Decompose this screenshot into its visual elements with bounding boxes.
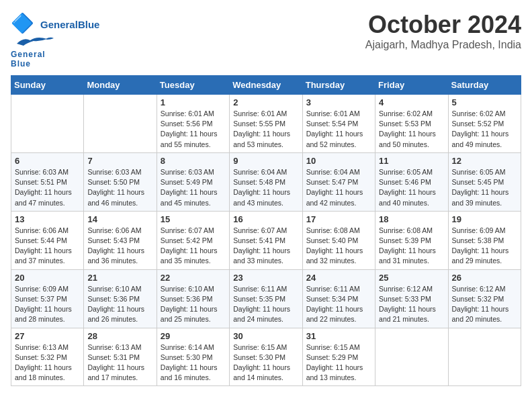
day-info: Sunrise: 6:02 AMSunset: 5:52 PMDaylight:… [452,109,517,150]
day-number: 27 [15,331,80,341]
day-number: 11 [379,156,444,166]
calendar-cell: 23Sunrise: 6:11 AMSunset: 5:35 PMDayligh… [230,269,302,328]
day-number: 5 [452,97,517,107]
calendar-cell: 27Sunrise: 6:13 AMSunset: 5:32 PMDayligh… [11,328,84,386]
day-info: Sunrise: 6:09 AMSunset: 5:38 PMDaylight:… [452,226,517,267]
calendar-cell: 17Sunrise: 6:08 AMSunset: 5:40 PMDayligh… [302,211,375,269]
calendar-cell: 8Sunrise: 6:03 AMSunset: 5:49 PMDaylight… [157,152,229,211]
day-info: Sunrise: 6:05 AMSunset: 5:45 PMDaylight:… [452,167,517,208]
day-info: Sunrise: 6:06 AMSunset: 5:44 PMDaylight:… [15,226,80,267]
calendar-week-row: 27Sunrise: 6:13 AMSunset: 5:32 PMDayligh… [11,328,521,386]
day-number: 9 [233,156,298,166]
weekday-header-sunday: Sunday [11,76,84,95]
calendar-cell: 14Sunrise: 6:06 AMSunset: 5:43 PMDayligh… [84,211,157,269]
calendar-cell: 13Sunrise: 6:06 AMSunset: 5:44 PMDayligh… [11,211,84,269]
calendar-cell: 25Sunrise: 6:12 AMSunset: 5:33 PMDayligh… [375,269,448,328]
day-info: Sunrise: 6:10 AMSunset: 5:36 PMDaylight:… [161,284,226,325]
calendar-cell: 16Sunrise: 6:07 AMSunset: 5:41 PMDayligh… [230,211,302,269]
calendar-week-row: 1Sunrise: 6:01 AMSunset: 5:56 PMDaylight… [11,95,521,153]
calendar-cell: 7Sunrise: 6:03 AMSunset: 5:50 PMDaylight… [84,152,157,211]
calendar-cell: 4Sunrise: 6:02 AMSunset: 5:53 PMDaylight… [375,95,448,153]
calendar-cell: 20Sunrise: 6:09 AMSunset: 5:37 PMDayligh… [11,269,84,328]
calendar-cell: 1Sunrise: 6:01 AMSunset: 5:56 PMDaylight… [157,95,229,153]
day-number: 29 [161,331,226,341]
day-number: 21 [87,273,152,283]
month-title: October 2024 [365,11,521,39]
weekday-header-thursday: Thursday [302,76,375,95]
day-info: Sunrise: 6:11 AMSunset: 5:34 PMDaylight:… [306,284,371,325]
day-number: 26 [452,273,517,283]
day-number: 7 [87,156,152,166]
day-info: Sunrise: 6:14 AMSunset: 5:30 PMDaylight:… [161,342,226,383]
calendar-cell [11,95,84,153]
day-info: Sunrise: 6:04 AMSunset: 5:47 PMDaylight:… [306,167,371,208]
location-subtitle: Ajaigarh, Madhya Pradesh, India [365,39,521,51]
day-number: 2 [233,97,298,107]
calendar-cell: 15Sunrise: 6:07 AMSunset: 5:42 PMDayligh… [157,211,229,269]
day-info: Sunrise: 6:05 AMSunset: 5:46 PMDaylight:… [379,167,444,208]
weekday-header-tuesday: Tuesday [157,76,229,95]
title-block: October 2024 Ajaigarh, Madhya Pradesh, I… [365,11,521,51]
day-info: Sunrise: 6:03 AMSunset: 5:50 PMDaylight:… [87,167,152,208]
calendar-cell: 5Sunrise: 6:02 AMSunset: 5:52 PMDaylight… [448,95,521,153]
calendar-cell: 24Sunrise: 6:11 AMSunset: 5:34 PMDayligh… [302,269,375,328]
logo: 🔷 GeneralBlue GeneralBlue [11,11,99,68]
day-info: Sunrise: 6:04 AMSunset: 5:48 PMDaylight:… [233,167,298,208]
day-number: 28 [87,331,152,341]
calendar-cell: 10Sunrise: 6:04 AMSunset: 5:47 PMDayligh… [302,152,375,211]
day-info: Sunrise: 6:12 AMSunset: 5:33 PMDaylight:… [379,284,444,325]
day-info: Sunrise: 6:07 AMSunset: 5:42 PMDaylight:… [161,226,226,267]
day-number: 23 [233,273,298,283]
calendar-cell: 31Sunrise: 6:15 AMSunset: 5:29 PMDayligh… [302,328,375,386]
calendar-cell: 9Sunrise: 6:04 AMSunset: 5:48 PMDaylight… [230,152,302,211]
calendar-cell: 26Sunrise: 6:12 AMSunset: 5:32 PMDayligh… [448,269,521,328]
logo-bird-icon [13,34,54,47]
calendar-cell: 19Sunrise: 6:09 AMSunset: 5:38 PMDayligh… [448,211,521,269]
day-number: 30 [233,331,298,341]
day-number: 12 [452,156,517,166]
day-number: 19 [452,214,517,224]
day-info: Sunrise: 6:02 AMSunset: 5:53 PMDaylight:… [379,109,444,150]
weekday-header-row: SundayMondayTuesdayWednesdayThursdayFrid… [11,76,521,95]
calendar-cell: 3Sunrise: 6:01 AMSunset: 5:54 PMDaylight… [302,95,375,153]
day-number: 25 [379,273,444,283]
day-number: 17 [306,214,371,224]
logo-text: GeneralBlue [40,19,99,30]
calendar-week-row: 20Sunrise: 6:09 AMSunset: 5:37 PMDayligh… [11,269,521,328]
day-number: 24 [306,273,371,283]
day-info: Sunrise: 6:03 AMSunset: 5:51 PMDaylight:… [15,167,80,208]
calendar-table: SundayMondayTuesdayWednesdayThursdayFrid… [11,75,521,386]
day-number: 15 [161,214,226,224]
day-number: 8 [161,156,226,166]
day-number: 31 [306,331,371,341]
day-number: 4 [379,97,444,107]
svg-text:🔷: 🔷 [11,12,34,34]
calendar-cell: 2Sunrise: 6:01 AMSunset: 5:55 PMDaylight… [230,95,302,153]
weekday-header-wednesday: Wednesday [230,76,302,95]
day-info: Sunrise: 6:06 AMSunset: 5:43 PMDaylight:… [87,226,152,267]
day-number: 3 [306,97,371,107]
day-number: 1 [161,97,226,107]
calendar-cell: 11Sunrise: 6:05 AMSunset: 5:46 PMDayligh… [375,152,448,211]
calendar-cell: 18Sunrise: 6:08 AMSunset: 5:39 PMDayligh… [375,211,448,269]
day-info: Sunrise: 6:09 AMSunset: 5:37 PMDaylight:… [15,284,80,325]
calendar-cell [375,328,448,386]
day-number: 6 [15,156,80,166]
day-info: Sunrise: 6:13 AMSunset: 5:31 PMDaylight:… [87,342,152,383]
weekday-header-monday: Monday [84,76,157,95]
page-header: 🔷 GeneralBlue GeneralBlue October 2024 A… [11,11,521,68]
day-info: Sunrise: 6:12 AMSunset: 5:32 PMDaylight:… [452,284,517,325]
day-info: Sunrise: 6:15 AMSunset: 5:30 PMDaylight:… [233,342,298,383]
weekday-header-saturday: Saturday [448,76,521,95]
day-info: Sunrise: 6:11 AMSunset: 5:35 PMDaylight:… [233,284,298,325]
logo-tagline: GeneralBlue [11,50,46,68]
calendar-week-row: 6Sunrise: 6:03 AMSunset: 5:51 PMDaylight… [11,152,521,211]
day-info: Sunrise: 6:13 AMSunset: 5:32 PMDaylight:… [15,342,80,383]
day-info: Sunrise: 6:15 AMSunset: 5:29 PMDaylight:… [306,342,371,383]
day-info: Sunrise: 6:10 AMSunset: 5:36 PMDaylight:… [87,284,152,325]
day-info: Sunrise: 6:08 AMSunset: 5:39 PMDaylight:… [379,226,444,267]
day-number: 22 [161,273,226,283]
day-number: 14 [87,214,152,224]
calendar-cell [84,95,157,153]
calendar-cell [448,328,521,386]
